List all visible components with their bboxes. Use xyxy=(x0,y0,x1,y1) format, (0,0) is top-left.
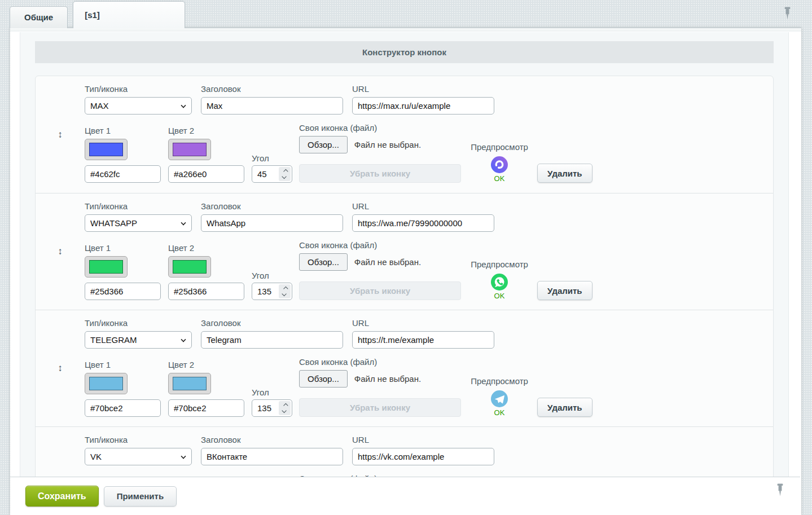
color2-label: Цвет 2 xyxy=(168,360,244,369)
color1-hex-input[interactable] xyxy=(85,283,161,300)
spin-up-icon[interactable] xyxy=(283,403,288,408)
color2-picker[interactable] xyxy=(168,139,211,160)
type-label: Тип/иконка xyxy=(85,201,192,211)
color2-label: Цвет 2 xyxy=(168,126,244,135)
color2-hex-input[interactable] xyxy=(168,165,244,183)
apply-button[interactable]: Применить xyxy=(104,486,177,507)
color2-picker[interactable] xyxy=(168,256,211,278)
color2-swatch xyxy=(173,260,207,274)
tab-general[interactable]: Общие xyxy=(10,6,68,28)
browse-button[interactable]: Обзор... xyxy=(299,136,348,153)
angle-label: Угол xyxy=(252,271,292,280)
page-title: Конструктор кнопок xyxy=(35,41,774,63)
browse-button[interactable]: Обзор... xyxy=(299,253,348,271)
type-select[interactable]: WHATSAPP xyxy=(85,214,192,232)
pushpin-icon[interactable] xyxy=(776,483,784,499)
url-input[interactable] xyxy=(352,214,494,232)
spinner-buttons[interactable] xyxy=(279,284,291,298)
color1-picker[interactable] xyxy=(85,373,128,394)
type-label: Тип/иконка xyxy=(85,84,192,94)
title-input[interactable] xyxy=(201,97,343,115)
preview-icon xyxy=(491,274,508,290)
preview-label: Предпросмотр xyxy=(471,142,528,152)
color1-hex-input[interactable] xyxy=(85,165,161,183)
drag-handle[interactable]: ↕ xyxy=(36,193,85,310)
drag-arrows-icon: ↕ xyxy=(58,363,63,374)
color2-swatch xyxy=(173,377,207,390)
title-label: Заголовок xyxy=(201,84,343,94)
panel-content: Конструктор кнопок ↕ Тип/иконка MAX Заго… xyxy=(20,32,789,515)
preview-group: Предпросмотр OK xyxy=(468,259,530,300)
type-label: Тип/иконка xyxy=(85,318,192,328)
no-file-text: Файл не выбран. xyxy=(354,140,421,149)
pushpin-icon[interactable] xyxy=(783,7,792,22)
max-icon xyxy=(491,156,508,173)
color2-hex-input[interactable] xyxy=(168,283,244,300)
color1-swatch xyxy=(89,143,123,156)
url-label: URL xyxy=(352,435,494,444)
delete-button[interactable]: Удалить xyxy=(537,398,592,417)
telegram-icon xyxy=(491,390,508,407)
type-select[interactable]: TELEGRAM xyxy=(85,331,192,349)
spin-down-icon[interactable] xyxy=(282,292,286,296)
no-file-text: Файл не выбран. xyxy=(354,374,421,384)
color1-picker[interactable] xyxy=(85,139,128,160)
preview-group: Предпросмотр OK xyxy=(468,376,530,417)
url-input[interactable] xyxy=(352,331,494,349)
title-input[interactable] xyxy=(201,331,343,349)
row-main: Тип/иконка WHATSAPP Заголовок URL xyxy=(85,193,773,310)
url-label: URL xyxy=(352,318,494,328)
color1-swatch xyxy=(89,260,123,274)
tab-bar: Общие [s1] xyxy=(10,0,185,28)
color2-hex-input[interactable] xyxy=(168,399,244,417)
angle-label: Угол xyxy=(252,388,292,397)
url-input[interactable] xyxy=(352,448,494,465)
title-label: Заголовок xyxy=(201,318,343,328)
color2-picker[interactable] xyxy=(168,373,211,394)
custom-icon-label: Своя иконка (файл) xyxy=(299,240,461,250)
custom-icon-label: Своя иконка (файл) xyxy=(299,123,461,133)
drag-handle[interactable]: ↕ xyxy=(36,76,85,193)
url-label: URL xyxy=(352,84,494,94)
preview-group: Предпросмотр OK xyxy=(468,142,530,183)
browse-button[interactable]: Обзор... xyxy=(299,370,348,388)
delete-button[interactable]: Удалить xyxy=(537,281,592,300)
spin-up-icon[interactable] xyxy=(283,169,288,174)
drag-arrows-icon: ↕ xyxy=(58,129,63,140)
type-select[interactable]: VK xyxy=(85,448,192,465)
preview-status: OK xyxy=(494,174,505,183)
preview-label: Предпросмотр xyxy=(471,376,528,386)
url-input[interactable] xyxy=(352,97,494,115)
title-label: Заголовок xyxy=(201,435,343,444)
preview-icon xyxy=(491,390,508,407)
save-button[interactable]: Сохранить xyxy=(25,486,99,507)
row-main: Тип/иконка MAX Заголовок URL xyxy=(85,76,773,193)
rows-container: ↕ Тип/иконка MAX Заголовок xyxy=(36,76,773,515)
remove-icon-button: Убрать иконку xyxy=(299,281,461,300)
remove-icon-button: Убрать иконку xyxy=(299,164,461,183)
buttons-card: ↕ Тип/иконка MAX Заголовок xyxy=(35,76,774,515)
delete-button[interactable]: Удалить xyxy=(537,164,592,183)
angle-label: Угол xyxy=(252,153,292,163)
spin-up-icon[interactable] xyxy=(283,287,288,291)
spinner-buttons[interactable] xyxy=(279,167,291,181)
color2-swatch xyxy=(173,143,207,156)
title-input[interactable] xyxy=(201,448,343,465)
spinner-buttons[interactable] xyxy=(279,401,291,415)
settings-panel: Конструктор кнопок ↕ Тип/иконка MAX Заго… xyxy=(10,28,801,515)
spin-down-icon[interactable] xyxy=(282,174,286,179)
page: { "tabs": { "general": "Общие", "s1": "[… xyxy=(0,0,812,515)
bottom-action-bar: Сохранить Применить xyxy=(10,477,800,515)
color1-hex-input[interactable] xyxy=(85,399,161,417)
spin-down-icon[interactable] xyxy=(282,408,286,413)
color1-picker[interactable] xyxy=(85,256,128,278)
tab-s1[interactable]: [s1] xyxy=(73,1,185,28)
type-select[interactable]: MAX xyxy=(85,97,192,115)
title-input[interactable] xyxy=(201,214,343,232)
preview-status: OK xyxy=(494,292,505,300)
color1-swatch xyxy=(89,377,123,390)
type-label: Тип/иконка xyxy=(85,435,192,444)
drag-handle[interactable]: ↕ xyxy=(36,310,85,426)
color1-label: Цвет 1 xyxy=(85,243,161,253)
button-row: ↕ Тип/иконка MAX Заголовок xyxy=(36,76,773,193)
